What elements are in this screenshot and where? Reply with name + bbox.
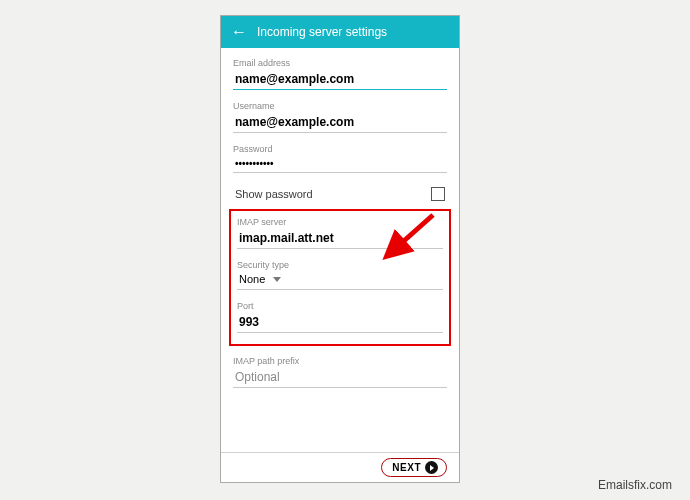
security-value: None: [239, 273, 265, 285]
port-label: Port: [237, 301, 443, 311]
imap-server-label: IMAP server: [237, 217, 443, 227]
imap-prefix-label: IMAP path prefix: [233, 356, 447, 366]
email-label: Email address: [233, 58, 447, 68]
security-select[interactable]: None: [237, 273, 443, 290]
next-label: NEXT: [392, 462, 421, 473]
password-label: Password: [233, 144, 447, 154]
security-label: Security type: [237, 260, 443, 270]
back-icon[interactable]: ←: [231, 23, 247, 41]
show-password-row: Show password: [233, 184, 447, 209]
next-arrow-icon: [425, 461, 438, 474]
highlight-box: IMAP server imap.mail.att.net Security t…: [229, 209, 451, 346]
username-label: Username: [233, 101, 447, 111]
username-field[interactable]: name@example.com: [233, 114, 447, 133]
phone-frame: ← Incoming server settings Email address…: [220, 15, 460, 483]
port-field[interactable]: 993: [237, 314, 443, 333]
next-button[interactable]: NEXT: [381, 458, 447, 477]
show-password-label: Show password: [235, 188, 313, 200]
show-password-checkbox[interactable]: [431, 187, 445, 201]
bottom-bar: NEXT: [221, 452, 459, 482]
content-area: Email address name@example.com Username …: [221, 48, 459, 388]
imap-prefix-field[interactable]: Optional: [233, 369, 447, 388]
page-title: Incoming server settings: [257, 25, 387, 39]
app-bar: ← Incoming server settings: [221, 16, 459, 48]
imap-server-field[interactable]: imap.mail.att.net: [237, 230, 443, 249]
email-field[interactable]: name@example.com: [233, 71, 447, 90]
password-field[interactable]: •••••••••••: [233, 157, 447, 173]
chevron-down-icon: [273, 277, 281, 282]
watermark: Emailsfix.com: [598, 478, 672, 492]
